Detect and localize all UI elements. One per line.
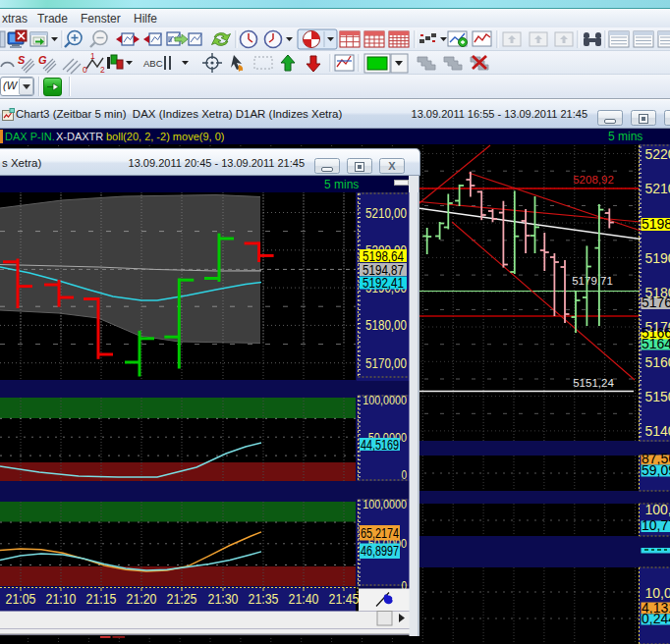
svg-text:5210,00: 5210,00 <box>365 205 407 221</box>
svg-text:5176,56: 5176,56 <box>642 295 670 310</box>
svg-text:10,77: 10,77 <box>642 517 670 533</box>
svg-text:65,2174: 65,2174 <box>361 525 399 541</box>
svg-text:44,5169: 44,5169 <box>361 437 399 453</box>
svg-text:21:30: 21:30 <box>208 591 239 607</box>
svg-text:0: 0 <box>401 468 407 482</box>
svg-text:5198,64: 5198,64 <box>642 216 670 232</box>
svg-text:5192,41: 5192,41 <box>363 275 404 291</box>
svg-text:5210,00: 5210,00 <box>645 181 670 196</box>
svg-text:S: S <box>18 54 26 66</box>
svg-text:21:05: 21:05 <box>6 591 36 607</box>
svg-text:5160,00: 5160,00 <box>645 354 670 370</box>
svg-text:46,8997: 46,8997 <box>361 543 399 559</box>
svg-text:1: 1 <box>90 51 95 61</box>
svg-text:21:40: 21:40 <box>289 591 319 607</box>
svg-text:59,09: 59,09 <box>642 462 670 478</box>
svg-text:21:15: 21:15 <box>86 591 117 607</box>
svg-text:5220,00: 5220,00 <box>645 146 670 162</box>
svg-text:100,0000: 100,0000 <box>363 394 407 407</box>
svg-text:5140,00: 5140,00 <box>645 423 670 439</box>
svg-text:5180,00: 5180,00 <box>365 317 407 333</box>
svg-text:5164,52: 5164,52 <box>642 336 670 351</box>
svg-text:100,0: 100,0 <box>645 502 670 517</box>
svg-text:21:25: 21:25 <box>167 591 197 607</box>
svg-text:ABC: ABC <box>143 58 163 69</box>
svg-text:0: 0 <box>83 65 87 75</box>
svg-text:5208,92: 5208,92 <box>573 174 614 186</box>
svg-text:5150,00: 5150,00 <box>645 389 670 404</box>
svg-text:0,244: 0,244 <box>642 611 670 626</box>
svg-text:21:20: 21:20 <box>127 591 157 607</box>
svg-text:G: G <box>38 54 47 66</box>
svg-text:2: 2 <box>100 65 105 75</box>
svg-text:21:10: 21:10 <box>46 591 77 607</box>
svg-text:5179,71: 5179,71 <box>572 275 613 287</box>
svg-text:5190,00: 5190,00 <box>645 250 670 266</box>
svg-text:5151,24: 5151,24 <box>573 377 614 389</box>
svg-text:21:35: 21:35 <box>249 591 279 607</box>
svg-text:5170,00: 5170,00 <box>365 355 407 371</box>
svg-text:21:45: 21:45 <box>329 591 360 607</box>
svg-text:100,0000: 100,0000 <box>363 498 407 511</box>
svg-text:10,0: 10,0 <box>645 585 670 601</box>
